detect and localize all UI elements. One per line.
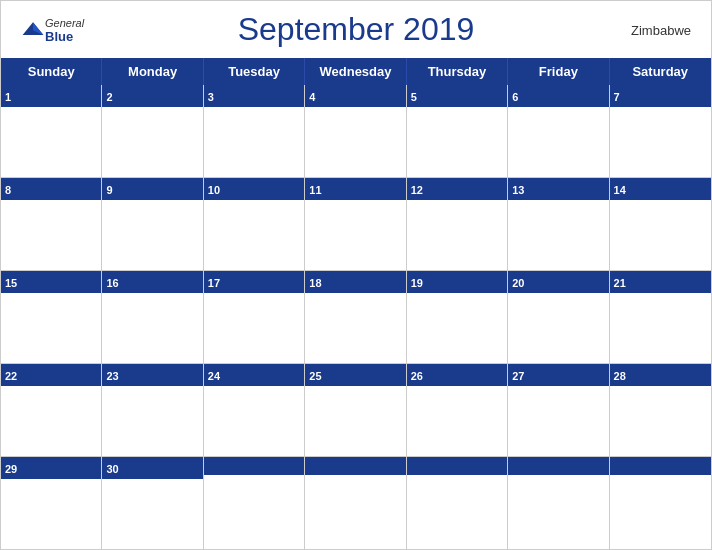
cell-16: 16 bbox=[102, 271, 203, 363]
week-1: 1 2 3 4 5 6 7 bbox=[1, 85, 711, 178]
cell-26: 26 bbox=[407, 364, 508, 456]
cell-20: 20 bbox=[508, 271, 609, 363]
cell-21: 21 bbox=[610, 271, 711, 363]
cell-2: 2 bbox=[102, 85, 203, 177]
day-sunday: Sunday bbox=[1, 58, 102, 85]
cell-1: 1 bbox=[1, 85, 102, 177]
logo-blue: Blue bbox=[45, 28, 73, 43]
cell-empty-4 bbox=[508, 457, 609, 549]
cell-27: 27 bbox=[508, 364, 609, 456]
cell-6: 6 bbox=[508, 85, 609, 177]
calendar-header: General Blue September 2019 Zimbabwe bbox=[1, 1, 711, 58]
cell-12: 12 bbox=[407, 178, 508, 270]
cell-28: 28 bbox=[610, 364, 711, 456]
cell-19: 19 bbox=[407, 271, 508, 363]
cell-30: 30 bbox=[102, 457, 203, 549]
day-wednesday: Wednesday bbox=[305, 58, 406, 85]
day-monday: Monday bbox=[102, 58, 203, 85]
cell-24: 24 bbox=[204, 364, 305, 456]
cell-empty-1 bbox=[204, 457, 305, 549]
logo-icon bbox=[21, 21, 45, 39]
day-tuesday: Tuesday bbox=[204, 58, 305, 85]
cell-11: 11 bbox=[305, 178, 406, 270]
cell-13: 13 bbox=[508, 178, 609, 270]
cell-3: 3 bbox=[204, 85, 305, 177]
cell-4: 4 bbox=[305, 85, 406, 177]
week-5: 29 30 bbox=[1, 457, 711, 549]
cell-empty-5 bbox=[610, 457, 711, 549]
cell-5: 5 bbox=[407, 85, 508, 177]
day-friday: Friday bbox=[508, 58, 609, 85]
day-saturday: Saturday bbox=[610, 58, 711, 85]
cell-29: 29 bbox=[1, 457, 102, 549]
day-thursday: Thursday bbox=[407, 58, 508, 85]
cell-18: 18 bbox=[305, 271, 406, 363]
week-2: 8 9 10 11 12 13 14 bbox=[1, 178, 711, 271]
week-4: 22 23 24 25 26 27 28 bbox=[1, 364, 711, 457]
cell-empty-2 bbox=[305, 457, 406, 549]
cell-23: 23 bbox=[102, 364, 203, 456]
cell-15: 15 bbox=[1, 271, 102, 363]
cell-8: 8 bbox=[1, 178, 102, 270]
cell-25: 25 bbox=[305, 364, 406, 456]
logo-area: General Blue bbox=[21, 16, 84, 43]
cell-7: 7 bbox=[610, 85, 711, 177]
cell-10: 10 bbox=[204, 178, 305, 270]
week-3: 15 16 17 18 19 20 21 bbox=[1, 271, 711, 364]
cell-22: 22 bbox=[1, 364, 102, 456]
calendar-grid: 1 2 3 4 5 6 7 8 9 10 11 12 13 14 15 16 1… bbox=[1, 85, 711, 549]
logo-general: General bbox=[45, 16, 84, 28]
cell-empty-3 bbox=[407, 457, 508, 549]
days-header: Sunday Monday Tuesday Wednesday Thursday… bbox=[1, 58, 711, 85]
cell-17: 17 bbox=[204, 271, 305, 363]
month-title: September 2019 bbox=[238, 11, 475, 48]
cell-14: 14 bbox=[610, 178, 711, 270]
calendar-container: General Blue September 2019 Zimbabwe Sun… bbox=[0, 0, 712, 550]
country-label: Zimbabwe bbox=[631, 22, 691, 37]
cell-9: 9 bbox=[102, 178, 203, 270]
